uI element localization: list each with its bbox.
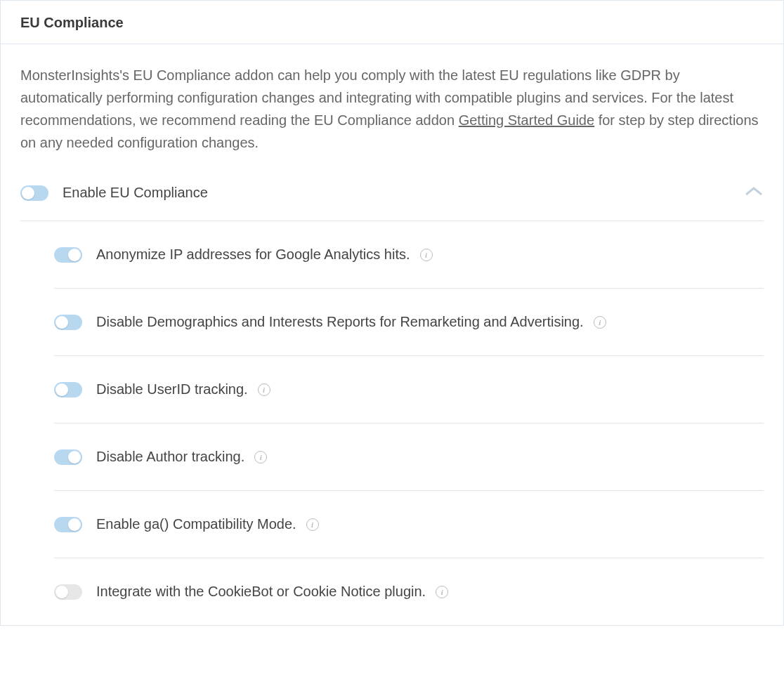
- toggle-knob: [68, 451, 81, 464]
- toggle-knob: [55, 586, 68, 598]
- enable-ga-compat-label: Enable ga() Compatibility Mode.: [96, 516, 296, 532]
- getting-started-link[interactable]: Getting Started Guide: [459, 112, 594, 128]
- disable-author-toggle[interactable]: [54, 449, 82, 465]
- enable-ga-compat-toggle[interactable]: [54, 517, 82, 532]
- info-icon[interactable]: i: [258, 383, 270, 396]
- toggle-knob: [55, 316, 68, 329]
- enable-ga-compat-row: Enable ga() Compatibility Mode. i: [54, 491, 764, 558]
- sub-settings-list: Anonymize IP addresses for Google Analyt…: [20, 221, 764, 625]
- panel-title: EU Compliance: [20, 15, 764, 31]
- disable-demographics-toggle[interactable]: [54, 315, 82, 330]
- disable-userid-row: Disable UserID tracking. i: [54, 356, 764, 423]
- enable-eu-compliance-label: Enable EU Compliance: [63, 185, 208, 201]
- disable-demographics-label: Disable Demographics and Interests Repor…: [96, 314, 584, 330]
- disable-userid-toggle[interactable]: [54, 382, 82, 397]
- panel-body: MonsterInsights's EU Compliance addon ca…: [1, 44, 783, 625]
- info-icon[interactable]: i: [420, 249, 433, 261]
- info-icon[interactable]: i: [594, 316, 606, 329]
- cookiebot-row: Integrate with the CookieBot or Cookie N…: [54, 558, 764, 625]
- info-icon[interactable]: i: [306, 518, 319, 531]
- cookiebot-label: Integrate with the CookieBot or Cookie N…: [96, 584, 426, 600]
- enable-eu-compliance-row: Enable EU Compliance: [20, 175, 764, 221]
- eu-compliance-panel: EU Compliance MonsterInsights's EU Compl…: [0, 0, 784, 626]
- disable-author-row: Disable Author tracking. i: [54, 423, 764, 491]
- collapse-chevron-icon[interactable]: [744, 185, 764, 201]
- toggle-knob: [68, 518, 81, 531]
- disable-userid-label: Disable UserID tracking.: [96, 381, 248, 397]
- disable-demographics-row: Disable Demographics and Interests Repor…: [54, 289, 764, 356]
- toggle-knob: [22, 187, 34, 199]
- anonymize-ip-label: Anonymize IP addresses for Google Analyt…: [96, 247, 410, 263]
- cookiebot-toggle[interactable]: [54, 584, 82, 600]
- panel-description: MonsterInsights's EU Compliance addon ca…: [20, 64, 764, 154]
- anonymize-ip-toggle[interactable]: [54, 247, 82, 263]
- enable-eu-compliance-toggle[interactable]: [20, 185, 48, 201]
- disable-author-label: Disable Author tracking.: [96, 449, 244, 465]
- anonymize-ip-row: Anonymize IP addresses for Google Analyt…: [54, 221, 764, 289]
- info-icon[interactable]: i: [254, 451, 267, 464]
- toggle-knob: [55, 383, 68, 396]
- info-icon[interactable]: i: [436, 586, 448, 598]
- toggle-knob: [68, 249, 81, 261]
- panel-header: EU Compliance: [1, 1, 783, 44]
